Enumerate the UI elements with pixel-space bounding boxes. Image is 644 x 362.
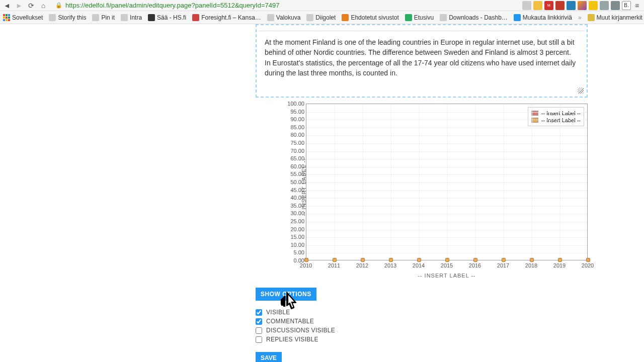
chart-legend: -- Insert Label -- -- Insert Label -- xyxy=(528,107,584,126)
option-label: VISIBLE xyxy=(266,309,290,316)
y-tick-label: 40.00 xyxy=(280,195,304,201)
checkbox[interactable] xyxy=(256,309,262,316)
editor-body[interactable]: At the moment Finland is one of the lead… xyxy=(259,34,585,95)
y-tick-label: 25.00 xyxy=(280,218,304,224)
y-tick-label: 55.00 xyxy=(280,171,304,177)
plot-area: 100.0095.0090.0085.0080.0075.0070.0065.0… xyxy=(306,104,588,260)
checkbox[interactable] xyxy=(256,336,262,343)
ext-icon[interactable] xyxy=(600,1,609,10)
url-text: https://edelfoi.fi/panel/admin/editquery… xyxy=(65,2,514,9)
bookmark-item[interactable]: Downloads - Dashb… xyxy=(440,14,508,21)
resize-handle-icon[interactable] xyxy=(578,87,584,94)
menu-button[interactable]: ≡ xyxy=(633,2,641,10)
y-tick-label: 70.00 xyxy=(280,148,304,154)
editor-toolbar xyxy=(259,27,585,31)
bookmarks-bar: Sovellukset Storify this Pin it Intra Sä… xyxy=(0,11,644,24)
y-tick-label: 10.00 xyxy=(280,242,304,248)
y-tick-label: 65.00 xyxy=(280,155,304,161)
bookmark-item[interactable]: Sää - HS.fi xyxy=(148,14,186,21)
y-tick-label: 30.00 xyxy=(280,210,304,216)
bookmark-folder[interactable]: Muut kirjanmerkit xyxy=(588,14,642,21)
option-label: DISCUSSIONS VISIBLE xyxy=(266,327,335,334)
ext-icon[interactable] xyxy=(555,1,565,10)
x-tick-label: 2020 xyxy=(582,262,594,268)
x-tick-label: 2019 xyxy=(553,262,566,268)
browser-nav-bar: ◄ ► ⟳ ⌂ 🔒 https://edelfoi.fi/panel/admin… xyxy=(0,0,644,11)
bookmark-item[interactable]: Diigolet xyxy=(306,14,336,21)
forward-button[interactable]: ► xyxy=(15,2,23,10)
options-checklist: VISIBLECOMMENTABLEDISCUSSIONS VISIBLEREP… xyxy=(256,308,644,344)
bookmark-item[interactable]: Valokuva xyxy=(267,14,300,21)
back-button[interactable]: ◄ xyxy=(3,2,11,10)
y-tick-label: 5.00 xyxy=(280,249,304,255)
bookmark-item[interactable]: Ehdotetut sivustot xyxy=(342,14,398,21)
y-tick-label: 95.00 xyxy=(280,109,304,115)
reload-button[interactable]: ⟳ xyxy=(27,2,35,10)
x-axis-label: -- INSERT LABEL -- xyxy=(306,273,588,279)
bookmark-item[interactable]: Pin it xyxy=(92,14,115,21)
gmail-icon[interactable]: M xyxy=(544,1,553,10)
y-tick-label: 35.00 xyxy=(280,203,304,209)
rich-text-editor[interactable]: At the moment Finland is one of the lead… xyxy=(256,24,588,98)
checkbox[interactable] xyxy=(256,318,262,325)
x-tick-label: 2010 xyxy=(300,262,312,268)
chart-container: -- INSERT LABEL -- 100.0095.0090.0085.00… xyxy=(256,104,588,279)
ext-icon[interactable]: B. xyxy=(622,1,631,10)
x-tick-label: 2015 xyxy=(441,262,453,268)
ext-icon[interactable] xyxy=(567,1,576,10)
y-tick-label: 90.00 xyxy=(280,116,304,122)
y-tick-label: 80.00 xyxy=(280,132,304,138)
y-tick-label: 60.00 xyxy=(280,163,304,169)
address-bar[interactable]: 🔒 https://edelfoi.fi/panel/admin/editque… xyxy=(51,2,518,9)
option-replies-visible[interactable]: REPLIES VISIBLE xyxy=(256,335,644,344)
bookmark-item[interactable]: Mukauta linkkiriviä xyxy=(514,14,572,21)
legend-item: -- Insert Label -- xyxy=(531,110,581,117)
editor-text: At the moment Finland is one of the lead… xyxy=(265,38,576,77)
lock-icon: 🔒 xyxy=(55,2,62,9)
bookmark-item[interactable]: Etusivu xyxy=(405,14,434,21)
y-tick-label: 85.00 xyxy=(280,124,304,130)
x-tick-label: 2012 xyxy=(356,262,368,268)
y-tick-label: 50.00 xyxy=(280,179,304,185)
option-commentable[interactable]: COMMENTABLE xyxy=(256,317,644,326)
bookmark-item[interactable]: Intra xyxy=(121,14,142,21)
checkbox[interactable] xyxy=(256,327,262,334)
bookmark-item[interactable]: Foresight.fi – Kansa… xyxy=(192,14,261,21)
option-visible[interactable]: VISIBLE xyxy=(256,308,644,317)
ext-icon[interactable] xyxy=(578,1,587,10)
option-discussions-visible[interactable]: DISCUSSIONS VISIBLE xyxy=(256,326,644,335)
y-tick-label: 45.00 xyxy=(280,187,304,193)
x-tick-label: 2018 xyxy=(525,262,537,268)
apps-button[interactable]: Sovellukset xyxy=(3,14,43,21)
bookmark-item[interactable]: Storify this xyxy=(49,14,86,21)
y-tick-label: 15.00 xyxy=(280,234,304,240)
show-options-button[interactable]: SHOW OPTIONS xyxy=(256,288,316,301)
x-tick-label: 2016 xyxy=(469,262,481,268)
ext-icon[interactable] xyxy=(522,1,531,10)
option-label: REPLIES VISIBLE xyxy=(266,336,318,343)
y-tick-label: 75.00 xyxy=(280,140,304,146)
y-tick-label: 100.00 xyxy=(280,101,304,107)
ext-icon[interactable] xyxy=(611,1,620,10)
x-tick-label: 2014 xyxy=(413,262,425,268)
home-button[interactable]: ⌂ xyxy=(39,2,47,10)
y-tick-label: 20.00 xyxy=(280,226,304,232)
x-tick-label: 2017 xyxy=(497,262,509,268)
x-tick-label: 2011 xyxy=(328,262,340,268)
ext-icon[interactable] xyxy=(589,1,598,10)
save-button[interactable]: SAVE xyxy=(256,352,282,362)
x-tick-label: 2013 xyxy=(384,262,396,268)
extension-icons: M B. ≡ xyxy=(522,1,641,10)
ext-icon[interactable] xyxy=(533,1,542,10)
option-label: COMMENTABLE xyxy=(266,318,314,325)
